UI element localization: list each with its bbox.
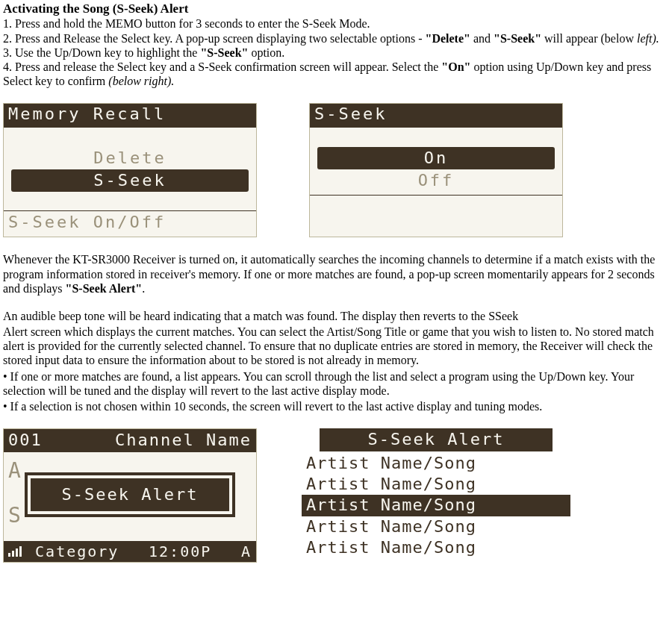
paragraph-block-2: An audible beep tone will be heard indic… <box>3 309 663 413</box>
lcd4-row-3-selected: Artist Name/Song <box>302 495 570 516</box>
lcd1-option-delete: Delete <box>4 147 256 169</box>
step-4-italic: (below right). <box>108 75 174 87</box>
lcd3-time: 12:00P <box>149 543 211 560</box>
lcd4-row-5: Artist Name/Song <box>302 537 570 558</box>
lcd3-channel-number: 001 <box>8 431 43 450</box>
lcd-memory-recall: Memory Recall Delete S-Seek S-Seek On/Of… <box>3 103 257 237</box>
section-title: Activating the Song (S-Seek) Alert <box>3 1 663 16</box>
lcd1-footer: S-Seek On/Off <box>4 210 256 237</box>
paragraph-1: Whenever the KT-SR3000 Receiver is turne… <box>3 252 663 296</box>
lcd3-ghost-a: A <box>8 459 24 483</box>
step-2-text-a: 2. Press and Release the Select key. A p… <box>3 32 426 45</box>
para1-bold: "S-Seek Alert" <box>66 282 143 295</box>
lcd3-antenna: A <box>241 543 252 560</box>
step-3: 3. Use the Up/Down key to highlight the … <box>3 46 663 60</box>
lcd3-left-group: Category <box>8 543 119 560</box>
lcd3-channel-name: Channel Name <box>115 431 252 450</box>
step-2: 2. Press and Release the Select key. A p… <box>3 31 663 46</box>
step-3-text-b: option. <box>248 46 284 59</box>
lcd-alert-list: S-Seek Alert Artist Name/Song Artist Nam… <box>302 428 570 563</box>
lcd3-popup-inner: S-Seek Alert <box>30 478 230 512</box>
screens-row-1: Memory Recall Delete S-Seek S-Seek On/Of… <box>3 103 663 237</box>
step-4: 4. Press and release the Select key and … <box>3 60 663 88</box>
paragraph-3: Alert screen which displays the current … <box>3 325 663 368</box>
step-2-bold-delete: "Delete" <box>426 32 470 45</box>
step-4-text-a: 4. Press and release the Select key and … <box>3 60 441 73</box>
bullet-1: • If one or more matches are found, a li… <box>3 369 663 398</box>
bullet-2: • If a selection is not chosen within 10… <box>3 399 663 413</box>
lcd4-title: S-Seek Alert <box>320 428 553 451</box>
lcd4-row-4: Artist Name/Song <box>302 516 570 537</box>
lcd1-header: Memory Recall <box>4 104 256 128</box>
lcd-sseek-onoff: S-Seek On Off <box>309 103 563 237</box>
para1-text-c: . <box>142 282 145 295</box>
lcd3-topbar: 001 Channel Name <box>4 429 256 451</box>
lcd3-popup-text: S-Seek Alert <box>62 485 199 504</box>
step-2-bold-sseek: "S-Seek" <box>494 32 541 45</box>
paragraph-2: An audible beep tone will be heard indic… <box>3 309 663 323</box>
lcd3-category: Category <box>35 543 119 560</box>
lcd3-ghost-s: S <box>8 504 24 528</box>
lcd3-bottombar: Category 12:00P A <box>4 541 256 562</box>
lcd2-option-on-selected: On <box>317 147 555 169</box>
signal-icon <box>8 546 22 557</box>
lcd1-option-sseek-selected: S-Seek <box>11 169 249 192</box>
lcd-channel-popup: 001 Channel Name A S S-Seek Alert Catego… <box>3 428 257 563</box>
lcd4-row-1: Artist Name/Song <box>302 453 570 474</box>
step-2-text-b: will appear (below <box>541 32 637 45</box>
lcd2-option-off: Off <box>310 169 562 192</box>
step-3-text-a: 3. Use the Up/Down key to highlight the <box>3 46 200 59</box>
step-1: 1. Press and hold the MEMO button for 3 … <box>3 16 663 31</box>
lcd4-row-2: Artist Name/Song <box>302 474 570 495</box>
step-4-bold: "On" <box>441 60 470 73</box>
lcd2-header: S-Seek <box>310 104 562 128</box>
screens-row-2: 001 Channel Name A S S-Seek Alert Catego… <box>3 428 663 563</box>
step-2-and: and <box>470 32 494 45</box>
lcd3-popup: S-Seek Alert <box>26 474 234 516</box>
step-2-italic: left). <box>637 32 659 45</box>
step-3-bold: "S-Seek" <box>200 46 248 59</box>
